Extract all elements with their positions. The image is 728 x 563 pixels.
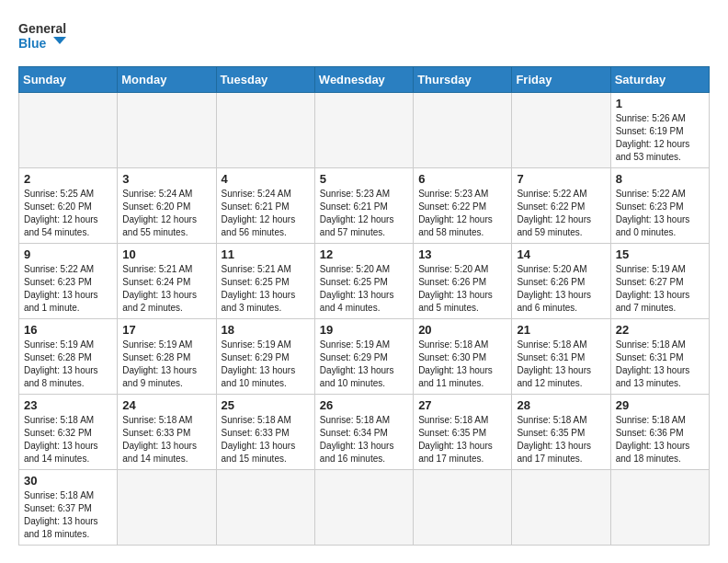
day-number: 27 [418,398,506,412]
day-info: Sunrise: 5:24 AM Sunset: 6:21 PM Dayligh… [222,188,310,239]
week-row-3: 16Sunrise: 5:19 AM Sunset: 6:28 PM Dayli… [19,319,710,395]
day-info: Sunrise: 5:18 AM Sunset: 6:35 PM Dayligh… [418,414,506,465]
day-number: 11 [222,247,310,261]
day-number: 13 [418,247,506,261]
day-number: 16 [24,323,112,337]
page: General Blue SundayMondayTuesdayWednesda… [0,0,728,563]
calendar-cell: 14Sunrise: 5:20 AM Sunset: 6:26 PM Dayli… [512,244,610,319]
calendar-cell: 10Sunrise: 5:21 AM Sunset: 6:24 PM Dayli… [118,244,216,319]
calendar-cell: 16Sunrise: 5:19 AM Sunset: 6:28 PM Dayli… [19,319,118,395]
calendar-cell: 11Sunrise: 5:21 AM Sunset: 6:25 PM Dayli… [216,244,314,319]
calendar-cell: 24Sunrise: 5:18 AM Sunset: 6:33 PM Dayli… [118,395,216,470]
day-info: Sunrise: 5:19 AM Sunset: 6:27 PM Dayligh… [616,263,704,315]
day-number: 9 [24,247,112,261]
day-info: Sunrise: 5:18 AM Sunset: 6:33 PM Dayligh… [222,414,310,465]
weekday-thursday: Thursday [414,67,512,93]
calendar-cell: 7Sunrise: 5:22 AM Sunset: 6:22 PM Daylig… [512,168,610,244]
day-number: 17 [122,323,210,337]
svg-marker-2 [53,37,66,44]
calendar-cell [512,470,610,546]
day-info: Sunrise: 5:22 AM Sunset: 6:23 PM Dayligh… [24,263,112,315]
calendar-cell [19,93,118,168]
day-info: Sunrise: 5:18 AM Sunset: 6:34 PM Dayligh… [320,414,408,465]
calendar-cell: 8Sunrise: 5:22 AM Sunset: 6:23 PM Daylig… [610,168,709,244]
day-info: Sunrise: 5:21 AM Sunset: 6:24 PM Dayligh… [122,263,210,315]
week-row-0: 1Sunrise: 5:26 AM Sunset: 6:19 PM Daylig… [19,93,710,168]
day-number: 4 [222,172,310,186]
calendar-cell [414,93,512,168]
day-info: Sunrise: 5:19 AM Sunset: 6:29 PM Dayligh… [320,339,408,390]
day-number: 23 [24,398,112,412]
day-number: 18 [222,323,310,337]
calendar-cell: 18Sunrise: 5:19 AM Sunset: 6:29 PM Dayli… [216,319,314,395]
header: General Blue [18,15,710,55]
day-info: Sunrise: 5:18 AM Sunset: 6:37 PM Dayligh… [24,489,112,541]
day-info: Sunrise: 5:18 AM Sunset: 6:31 PM Dayligh… [517,339,605,390]
day-info: Sunrise: 5:21 AM Sunset: 6:25 PM Dayligh… [222,263,310,315]
day-number: 14 [517,247,605,261]
day-number: 2 [24,172,112,186]
day-number: 6 [418,172,506,186]
calendar-cell: 17Sunrise: 5:19 AM Sunset: 6:28 PM Dayli… [118,319,216,395]
weekday-wednesday: Wednesday [314,67,413,93]
calendar-cell [610,470,709,546]
logo-svg: General Blue [18,15,74,55]
calendar-cell: 4Sunrise: 5:24 AM Sunset: 6:21 PM Daylig… [216,168,314,244]
calendar-cell: 26Sunrise: 5:18 AM Sunset: 6:34 PM Dayli… [314,395,413,470]
day-info: Sunrise: 5:19 AM Sunset: 6:29 PM Dayligh… [222,339,310,390]
calendar-cell: 20Sunrise: 5:18 AM Sunset: 6:30 PM Dayli… [414,319,512,395]
day-info: Sunrise: 5:18 AM Sunset: 6:30 PM Dayligh… [418,339,506,390]
calendar-cell [314,93,413,168]
calendar-cell: 30Sunrise: 5:18 AM Sunset: 6:37 PM Dayli… [19,470,118,546]
calendar-cell: 28Sunrise: 5:18 AM Sunset: 6:35 PM Dayli… [512,395,610,470]
calendar-cell: 12Sunrise: 5:20 AM Sunset: 6:25 PM Dayli… [314,244,413,319]
day-info: Sunrise: 5:19 AM Sunset: 6:28 PM Dayligh… [24,339,112,390]
day-number: 12 [320,247,408,261]
day-number: 26 [320,398,408,412]
day-number: 28 [517,398,605,412]
svg-text:Blue: Blue [18,36,47,51]
day-info: Sunrise: 5:22 AM Sunset: 6:23 PM Dayligh… [616,188,704,239]
day-number: 24 [122,398,210,412]
calendar-cell [216,470,314,546]
day-number: 15 [616,247,704,261]
day-info: Sunrise: 5:24 AM Sunset: 6:20 PM Dayligh… [122,188,210,239]
svg-text:General: General [18,21,66,36]
calendar-cell [216,93,314,168]
calendar-table: SundayMondayTuesdayWednesdayThursdayFrid… [18,66,710,546]
calendar-cell [314,470,413,546]
calendar-cell: 15Sunrise: 5:19 AM Sunset: 6:27 PM Dayli… [610,244,709,319]
day-number: 5 [320,172,408,186]
week-row-1: 2Sunrise: 5:25 AM Sunset: 6:20 PM Daylig… [19,168,710,244]
day-info: Sunrise: 5:23 AM Sunset: 6:21 PM Dayligh… [320,188,408,239]
calendar-cell: 1Sunrise: 5:26 AM Sunset: 6:19 PM Daylig… [610,93,709,168]
weekday-friday: Friday [512,67,610,93]
day-info: Sunrise: 5:18 AM Sunset: 6:36 PM Dayligh… [616,414,704,465]
calendar-cell [118,470,216,546]
day-info: Sunrise: 5:19 AM Sunset: 6:28 PM Dayligh… [122,339,210,390]
weekday-sunday: Sunday [19,67,118,93]
week-row-2: 9Sunrise: 5:22 AM Sunset: 6:23 PM Daylig… [19,244,710,319]
day-number: 29 [616,398,704,412]
day-info: Sunrise: 5:18 AM Sunset: 6:35 PM Dayligh… [517,414,605,465]
logo: General Blue [18,15,74,55]
calendar-cell: 22Sunrise: 5:18 AM Sunset: 6:31 PM Dayli… [610,319,709,395]
calendar-cell: 6Sunrise: 5:23 AM Sunset: 6:22 PM Daylig… [414,168,512,244]
day-number: 19 [320,323,408,337]
calendar-cell: 5Sunrise: 5:23 AM Sunset: 6:21 PM Daylig… [314,168,413,244]
week-row-4: 23Sunrise: 5:18 AM Sunset: 6:32 PM Dayli… [19,395,710,470]
day-info: Sunrise: 5:20 AM Sunset: 6:26 PM Dayligh… [517,263,605,315]
day-info: Sunrise: 5:20 AM Sunset: 6:26 PM Dayligh… [418,263,506,315]
calendar-cell: 25Sunrise: 5:18 AM Sunset: 6:33 PM Dayli… [216,395,314,470]
day-info: Sunrise: 5:25 AM Sunset: 6:20 PM Dayligh… [24,188,112,239]
calendar-cell: 9Sunrise: 5:22 AM Sunset: 6:23 PM Daylig… [19,244,118,319]
week-row-5: 30Sunrise: 5:18 AM Sunset: 6:37 PM Dayli… [19,470,710,546]
day-info: Sunrise: 5:20 AM Sunset: 6:25 PM Dayligh… [320,263,408,315]
calendar-cell: 23Sunrise: 5:18 AM Sunset: 6:32 PM Dayli… [19,395,118,470]
day-number: 8 [616,172,704,186]
day-info: Sunrise: 5:22 AM Sunset: 6:22 PM Dayligh… [517,188,605,239]
calendar-cell: 29Sunrise: 5:18 AM Sunset: 6:36 PM Dayli… [610,395,709,470]
day-number: 25 [222,398,310,412]
day-number: 22 [616,323,704,337]
day-number: 7 [517,172,605,186]
